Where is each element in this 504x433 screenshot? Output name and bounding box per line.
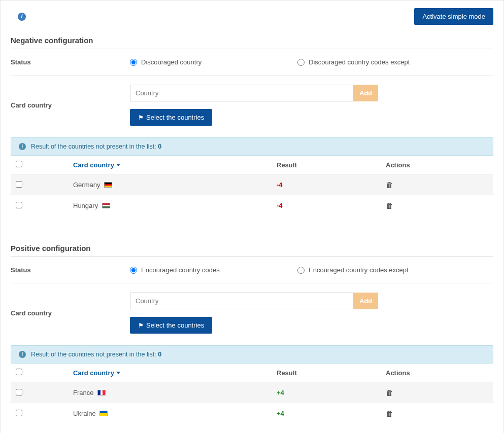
country-name: Germany xyxy=(73,181,100,189)
flag-ua-icon xyxy=(99,411,108,416)
info-icon: i xyxy=(19,143,26,150)
negative-select-countries-button[interactable]: ⚑Select the countries xyxy=(130,109,212,126)
select-countries-label: Select the countries xyxy=(146,321,204,329)
select-countries-label: Select the countries xyxy=(146,114,204,121)
flag-fr-icon xyxy=(97,390,106,395)
table-row: Hungary -4 🗑 xyxy=(11,195,493,216)
row-checkbox[interactable] xyxy=(16,181,22,188)
negative-countries-table: Card country Result Actions Germany -4 🗑… xyxy=(11,156,493,216)
select-all-checkbox[interactable] xyxy=(16,369,22,375)
radio-discouraged-except[interactable]: Discouraged country codes except xyxy=(297,58,465,66)
row-checkbox[interactable] xyxy=(16,410,22,416)
row-result: +4 xyxy=(273,403,382,424)
card-country-label: Card country xyxy=(11,101,130,109)
trash-icon[interactable]: 🗑 xyxy=(386,201,393,210)
row-result: +4 xyxy=(273,382,382,404)
radio-encouraged-except-input[interactable] xyxy=(297,267,305,274)
positive-select-countries-button[interactable]: ⚑Select the countries xyxy=(130,317,212,334)
radio-discouraged-except-input[interactable] xyxy=(297,59,305,66)
col-actions: Actions xyxy=(382,156,493,174)
flag-de-icon xyxy=(104,182,112,188)
col-card-country[interactable]: Card country xyxy=(69,364,273,382)
negative-country-input[interactable] xyxy=(130,85,353,101)
radio-label: Encouraged country codes xyxy=(141,266,220,274)
status-label: Status xyxy=(11,58,130,66)
radio-discouraged-country[interactable]: Discouraged country xyxy=(130,58,297,66)
result-value: 0 xyxy=(158,143,161,150)
row-checkbox[interactable] xyxy=(16,202,22,208)
radio-encouraged-codes-input[interactable] xyxy=(130,267,137,274)
negative-add-button[interactable]: Add xyxy=(353,85,378,101)
col-result: Result xyxy=(273,364,382,382)
country-name: Ukraine xyxy=(73,410,96,417)
result-text: Result of the countries not present in t… xyxy=(31,143,156,150)
negative-status-row: Status Discouraged country Discouraged c… xyxy=(11,49,493,76)
table-row: Ukraine +4 🗑 xyxy=(11,403,493,424)
trash-icon[interactable]: 🗑 xyxy=(386,388,393,397)
flag-icon: ⚑ xyxy=(138,322,144,329)
negative-config-title: Negative configuration xyxy=(11,36,493,49)
positive-country-input[interactable] xyxy=(130,293,353,309)
info-icon: i xyxy=(19,351,26,358)
table-row: Germany -4 🗑 xyxy=(11,174,493,196)
positive-status-row: Status Encouraged country codes Encourag… xyxy=(11,257,493,283)
flag-hu-icon xyxy=(102,203,110,208)
radio-discouraged-country-input[interactable] xyxy=(130,59,137,66)
country-name: Hungary xyxy=(73,202,98,209)
config-page: i Activate simple mode Negative configur… xyxy=(0,0,504,433)
country-name: France xyxy=(73,389,93,396)
negative-result-banner: i Result of the countries not present in… xyxy=(11,137,493,156)
select-all-checkbox[interactable] xyxy=(16,161,22,167)
col-actions: Actions xyxy=(382,364,493,382)
positive-result-banner: i Result of the countries not present in… xyxy=(11,345,493,364)
row-result: -4 xyxy=(273,195,382,216)
radio-encouraged-codes[interactable]: Encouraged country codes xyxy=(130,266,297,274)
radio-encouraged-except[interactable]: Encouraged country codes except xyxy=(297,266,465,274)
positive-add-button[interactable]: Add xyxy=(353,293,378,309)
positive-countries-table: Card country Result Actions France +4 🗑 … xyxy=(11,364,493,424)
card-country-label: Card country xyxy=(11,309,130,317)
topbar: i Activate simple mode xyxy=(11,8,493,25)
radio-label: Encouraged country codes except xyxy=(309,266,409,274)
negative-card-country-row: Card country Add ⚑Select the countries xyxy=(11,76,493,135)
radio-label: Discouraged country xyxy=(141,58,201,66)
result-text: Result of the countries not present in t… xyxy=(31,351,156,358)
col-result: Result xyxy=(273,156,382,174)
result-value: 0 xyxy=(158,351,161,358)
trash-icon[interactable]: 🗑 xyxy=(386,409,393,418)
row-checkbox[interactable] xyxy=(16,389,22,395)
positive-config-title: Positive configuration xyxy=(11,244,493,257)
info-icon[interactable]: i xyxy=(18,13,26,21)
radio-label: Discouraged country codes except xyxy=(309,58,410,66)
activate-simple-mode-button[interactable]: Activate simple mode xyxy=(414,8,493,25)
table-row: France +4 🗑 xyxy=(11,382,493,404)
positive-card-country-row: Card country Add ⚑Select the countries xyxy=(11,283,493,343)
col-card-country[interactable]: Card country xyxy=(69,156,273,174)
row-result: -4 xyxy=(273,174,382,196)
flag-icon: ⚑ xyxy=(138,114,144,121)
trash-icon[interactable]: 🗑 xyxy=(386,181,393,189)
status-label: Status xyxy=(11,266,130,274)
